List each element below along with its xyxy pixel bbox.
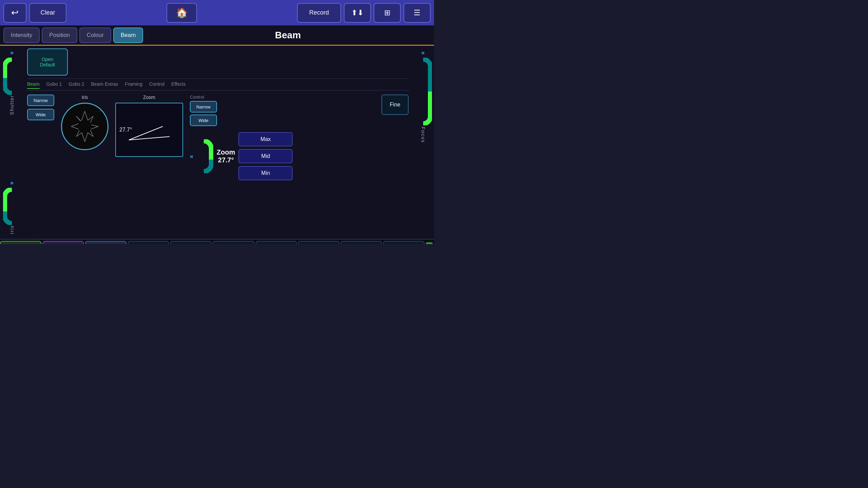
cue25-button[interactable]: Cue 25 (170, 241, 212, 244)
up-down-icon: ⬆⬇ (351, 8, 363, 17)
shutter-arrow-icon: » (10, 49, 14, 56)
control-narrow-wide: Control Narrow Wide (190, 95, 375, 126)
home-icon: 🏠 (176, 7, 188, 18)
left-dials: » Shutter » Iris (0, 46, 24, 239)
fine-button[interactable]: Fine (381, 95, 409, 115)
gobo1-narrow-button[interactable]: Narrow (27, 95, 54, 106)
sub-tab-framing[interactable]: Framing (125, 81, 142, 89)
gobo-open-button[interactable]: Open Default (27, 48, 68, 76)
gobo-open-label: Open (42, 57, 53, 62)
svg-line-19 (129, 137, 170, 140)
gobo1-section: Narrow Wide (27, 95, 54, 120)
bottom-indicator (426, 242, 433, 244)
control-narrow-label: Narrow (196, 104, 211, 109)
zoom-info: Zoom 27.7° (217, 148, 235, 164)
shutter-label: Shutter (9, 95, 15, 115)
right-dial-section: « Focus (412, 46, 434, 239)
iris-svg (63, 104, 107, 148)
control-title: Control (190, 95, 375, 100)
tab-bar: Intensity Position Colour Beam Beam (0, 25, 434, 46)
back-icon: ↩ (11, 7, 19, 18)
sub-tab-effects[interactable]: Effects (171, 81, 186, 89)
svg-point-17 (78, 120, 92, 133)
clear-label: Clear (40, 9, 55, 16)
sub-tab-gobo2[interactable]: Gobo 2 (69, 81, 84, 89)
zoom-info-title: Zoom (217, 148, 235, 156)
clear-button[interactable]: Clear (29, 3, 66, 23)
min-label: Min (261, 170, 270, 176)
main-content: » Shutter » Iris Open Default (0, 46, 434, 239)
shutter-dial[interactable] (3, 58, 21, 95)
zoom-display: 27.7° (115, 103, 183, 157)
grid-button[interactable]: ⊞ (374, 3, 401, 23)
zoom-angle-text: 27.7° (119, 127, 132, 133)
sub-tabs: Beam Gobo 1 Gobo 2 Beam Extras Framing C… (27, 81, 409, 90)
back-button[interactable]: ↩ (3, 3, 26, 23)
zoom-section-label: Zoom (143, 95, 155, 100)
zoom-info-value: 27.7° (218, 156, 234, 164)
cuestack-button[interactable]: Cue Stack Cue 1 Cue 2 (85, 241, 126, 244)
zoom-back-arrow-icon: « (190, 153, 193, 160)
iris-display (61, 103, 108, 150)
tab-colour-label: Colour (87, 32, 104, 38)
zoom-section: Zoom 27.7° (115, 95, 183, 157)
focus-arrow-icon: « (421, 49, 425, 56)
max-button[interactable]: Max (238, 132, 293, 146)
coldash-button[interactable]: Col Dash (383, 241, 425, 244)
control-wide-button[interactable]: Wide (190, 115, 217, 126)
mid-button[interactable]: Mid (238, 149, 293, 163)
center-section: Open Default Beam Gobo 1 Gobo 2 Beam Ext… (24, 46, 412, 239)
tab-colour[interactable]: Colour (79, 27, 111, 43)
shutter-dial-container: » Shutter (3, 49, 21, 116)
svg-line-18 (129, 126, 163, 140)
intensities-button[interactable]: Intensities MK2 Spots R2 Wash (43, 241, 84, 244)
ove910-button[interactable]: Ov E-910 (341, 241, 382, 244)
control-wide-label: Wide (198, 118, 209, 123)
sub-tab-control[interactable]: Control (149, 81, 164, 89)
r2wash-button[interactable]: R2 Wash (298, 241, 339, 244)
min-button[interactable]: Min (238, 166, 293, 180)
sub-tab-beam[interactable]: Beam (27, 81, 40, 89)
btn4-button[interactable]: 4 (128, 241, 169, 244)
sub-tab-gobo1[interactable]: Gobo 1 (46, 81, 62, 89)
gobo-default-label: Default (40, 62, 55, 67)
max-label: Max (260, 136, 271, 142)
beam-controls-row: Narrow Wide Iris (27, 95, 409, 236)
gobo1-wide-button[interactable]: Wide (27, 109, 54, 120)
focus-label: Focus (420, 127, 426, 143)
focus-dial[interactable] (414, 58, 432, 125)
iris-arrow-icon: » (10, 179, 14, 186)
colours-button[interactable]: Colours Red Green (0, 241, 41, 244)
zoom-controls-row: « Zoom 27.7° Max (190, 132, 375, 180)
home-button[interactable]: 🏠 (166, 3, 197, 23)
tab-beam[interactable]: Beam (113, 27, 143, 43)
gobo1-wide-label: Wide (36, 112, 46, 117)
btn6-button[interactable]: 6 (213, 241, 254, 244)
top-center: 🏠 (69, 3, 294, 23)
menu-button[interactable]: ☰ (403, 3, 431, 23)
iris-left-dial[interactable] (3, 188, 21, 225)
menu-icon: ☰ (414, 8, 420, 17)
grid-icon: ⊞ (384, 8, 390, 17)
iris-section-label: Iris (82, 95, 88, 100)
tab-intensity-label: Intensity (11, 32, 32, 38)
mid-label: Mid (261, 153, 270, 159)
layout-up-button[interactable]: ⬆⬇ (344, 3, 371, 23)
zoom-dial[interactable] (195, 139, 213, 173)
record-label: Record (309, 9, 329, 16)
control-narrow-button[interactable]: Narrow (190, 101, 217, 113)
zoom-dial-section: « (190, 139, 213, 173)
fine-label: Fine (390, 102, 400, 107)
control-buttons: Narrow Wide (190, 101, 375, 126)
mk2spots-button[interactable]: MK2 Spots (256, 241, 297, 244)
tab-position[interactable]: Position (42, 27, 77, 43)
sub-tab-beam-extras[interactable]: Beam Extras (91, 81, 118, 89)
gobo-selector-row: Open Default (27, 48, 409, 79)
iris-dial-container: » Iris (3, 179, 21, 236)
tab-position-label: Position (49, 32, 70, 38)
gobo1-narrow-label: Narrow (34, 98, 48, 103)
record-button[interactable]: Record (297, 3, 341, 23)
tab-beam-label: Beam (121, 32, 136, 38)
tab-intensity[interactable]: Intensity (3, 27, 40, 43)
iris-section: Iris (61, 95, 108, 150)
